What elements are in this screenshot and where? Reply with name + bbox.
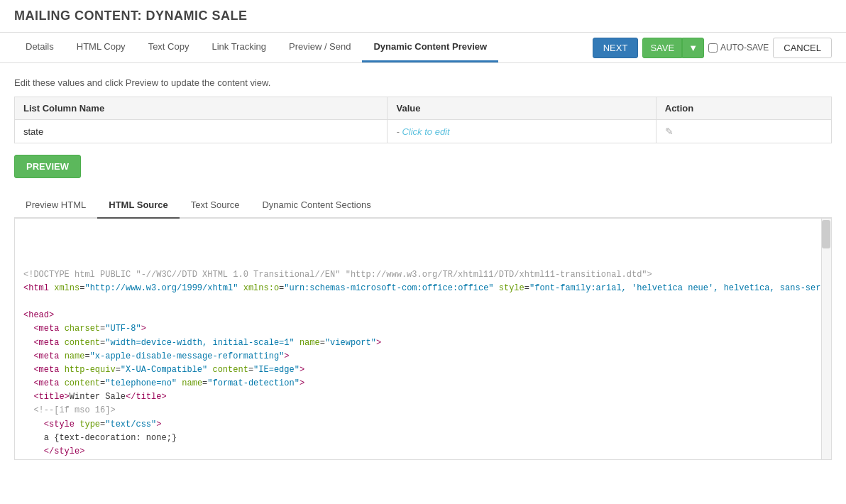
tab-preview-send[interactable]: Preview / Send <box>278 33 362 62</box>
code-area: <!DOCTYPE html PUBLIC "-//W3C//DTD XHTML… <box>14 219 832 460</box>
autosave-checkbox[interactable] <box>708 43 718 53</box>
col-header-list-column-name: List Column Name <box>15 97 388 120</box>
scrollbar-track[interactable] <box>821 219 831 459</box>
cell-value[interactable]: - Click to edit <box>388 120 656 143</box>
cell-column-name: state <box>15 120 388 143</box>
col-header-action: Action <box>656 97 831 120</box>
page-title: MAILING CONTENT: DYNAMIC SALE <box>14 9 832 23</box>
sub-tab-bar: Preview HTML HTML Source Text Source Dyn… <box>14 192 832 219</box>
tab-details[interactable]: Details <box>14 33 65 62</box>
sub-tab-html-source[interactable]: HTML Source <box>97 192 180 219</box>
autosave-label: AUTO-SAVE <box>720 43 769 53</box>
save-button[interactable]: SAVE <box>642 38 682 58</box>
cancel-button[interactable]: CANCEL <box>773 38 832 58</box>
info-text: Edit these values and click Preview to u… <box>14 77 832 88</box>
code-content: <!DOCTYPE html PUBLIC "-//W3C//DTD XHTML… <box>23 254 823 460</box>
click-to-edit-text[interactable]: Click to edit <box>402 126 449 137</box>
cell-action[interactable]: ✎ <box>656 120 831 143</box>
tab-dynamic-content-preview[interactable]: Dynamic Content Preview <box>362 33 498 62</box>
tab-text-copy[interactable]: Text Copy <box>137 33 201 62</box>
values-table: List Column Name Value Action state - Cl… <box>14 97 832 143</box>
scrollbar-thumb[interactable] <box>822 220 830 248</box>
autosave-checkbox-label[interactable]: AUTO-SAVE <box>708 43 769 53</box>
preview-button[interactable]: PREVIEW <box>14 155 81 178</box>
table-row: state - Click to edit ✎ <box>15 120 832 143</box>
sub-tab-dynamic-content-sections[interactable]: Dynamic Content Sections <box>251 192 382 219</box>
col-header-value: Value <box>388 97 656 120</box>
tab-html-copy[interactable]: HTML Copy <box>65 33 137 62</box>
sub-tab-text-source[interactable]: Text Source <box>180 192 251 219</box>
save-dropdown-button[interactable]: ▼ <box>682 38 704 58</box>
next-button[interactable]: NEXT <box>593 38 639 58</box>
tab-link-tracking[interactable]: Link Tracking <box>200 33 278 62</box>
sub-tab-preview-html[interactable]: Preview HTML <box>14 192 97 219</box>
edit-icon[interactable]: ✎ <box>665 126 674 137</box>
